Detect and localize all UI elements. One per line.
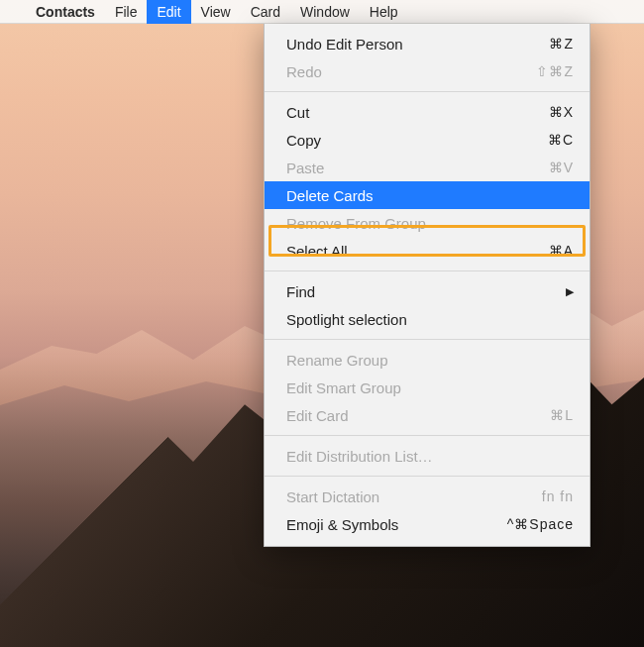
menu-item-cut[interactable]: Cut ⌘X [265, 98, 590, 126]
menubar-item-help[interactable]: Help [360, 0, 408, 24]
menu-item-label: Copy [286, 132, 321, 149]
menubar-app-name[interactable]: Contacts [26, 0, 105, 24]
menu-item-shortcut: ⌘A [549, 243, 574, 259]
menu-item-edit-smart-group: Edit Smart Group [265, 374, 590, 401]
menu-item-edit-distribution-list: Edit Distribution List… [265, 442, 590, 470]
menu-item-shortcut: ⌘Z [549, 36, 574, 52]
menu-item-label: Paste [286, 160, 324, 176]
menu-item-label: Edit Smart Group [286, 379, 401, 396]
menu-item-emoji-symbols[interactable]: Emoji & Symbols ^⌘Space [265, 510, 590, 538]
menubar: Contacts File Edit View Card Window Help [0, 0, 644, 24]
menu-item-edit-card: Edit Card ⌘L [265, 401, 590, 429]
menu-item-shortcut: ^⌘Space [507, 516, 574, 532]
menu-item-start-dictation: Start Dictation fn fn [265, 483, 590, 510]
menu-separator [265, 270, 590, 271]
menubar-item-file[interactable]: File [105, 0, 148, 24]
menu-item-label: Edit Card [286, 407, 349, 424]
menu-item-label: Start Dictation [286, 488, 379, 505]
menu-item-label: Undo Edit Person [286, 36, 403, 53]
menu-item-label: Emoji & Symbols [286, 516, 398, 533]
menu-item-undo[interactable]: Undo Edit Person ⌘Z [265, 30, 590, 57]
menu-separator [265, 435, 590, 436]
menu-item-label: Select All [286, 243, 348, 260]
menu-item-find[interactable]: Find ▶ [265, 277, 590, 305]
menubar-item-window[interactable]: Window [290, 0, 360, 24]
menubar-item-view[interactable]: View [191, 0, 241, 24]
menu-item-shortcut: fn fn [542, 488, 574, 504]
menu-item-label: Cut [286, 104, 309, 121]
menu-item-shortcut: ⌘L [550, 407, 574, 423]
menu-separator [265, 476, 590, 477]
menu-item-label: Spotlight selection [286, 311, 407, 328]
menu-item-label: Find [286, 283, 315, 300]
menu-item-shortcut: ⌘C [548, 132, 574, 148]
menu-separator [265, 339, 590, 340]
menu-item-label: Remove From Group [286, 215, 426, 232]
menu-item-paste: Paste ⌘V [265, 154, 590, 181]
menu-item-select-all[interactable]: Select All ⌘A [265, 237, 590, 265]
menu-item-shortcut: ⇧⌘Z [536, 63, 574, 79]
menu-item-rename-group: Rename Group [265, 346, 590, 374]
menu-separator [265, 91, 590, 92]
menu-item-remove-from-group: Remove From Group [265, 209, 590, 237]
menu-item-delete-cards[interactable]: Delete Cards [265, 181, 590, 209]
menubar-item-edit[interactable]: Edit [147, 0, 190, 24]
menu-item-label: Redo [286, 63, 322, 80]
edit-menu-dropdown: Undo Edit Person ⌘Z Redo ⇧⌘Z Cut ⌘X Copy… [264, 24, 590, 547]
menu-item-label: Edit Distribution List… [286, 448, 433, 465]
menu-item-spotlight-selection[interactable]: Spotlight selection [265, 305, 590, 333]
submenu-arrow-icon: ▶ [566, 285, 574, 298]
menu-item-label: Rename Group [286, 352, 388, 369]
menu-item-shortcut: ⌘V [549, 160, 574, 175]
menu-item-copy[interactable]: Copy ⌘C [265, 126, 590, 154]
menu-item-label: Delete Cards [286, 187, 374, 204]
menubar-item-card[interactable]: Card [241, 0, 290, 24]
menu-item-shortcut: ⌘X [549, 104, 574, 120]
menu-item-redo: Redo ⇧⌘Z [265, 57, 590, 85]
